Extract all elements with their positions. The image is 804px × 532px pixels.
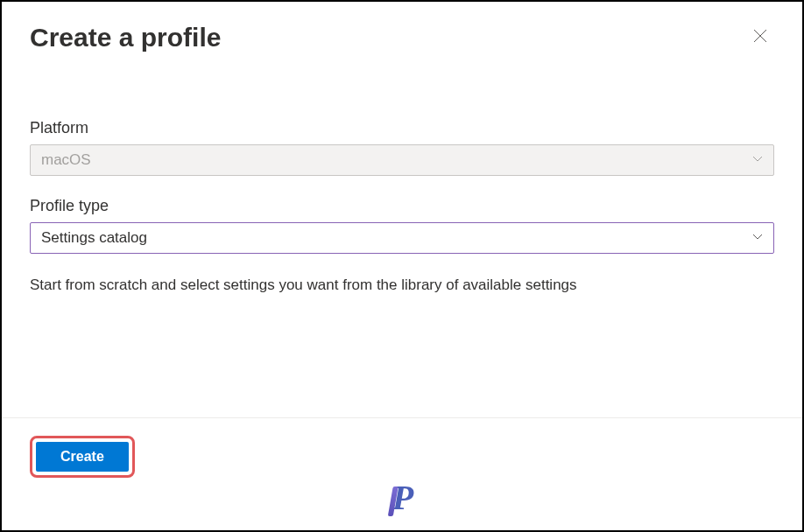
- close-button[interactable]: [746, 24, 774, 52]
- profile-type-label: Profile type: [30, 197, 774, 215]
- profile-type-value: Settings catalog: [41, 229, 147, 247]
- chevron-down-icon: [751, 229, 765, 248]
- platform-label: Platform: [30, 119, 774, 137]
- platform-dropdown: macOS: [30, 144, 774, 176]
- dialog-title: Create a profile: [30, 23, 221, 52]
- close-icon: [753, 29, 767, 46]
- watermark-logo: P: [391, 477, 413, 518]
- platform-value: macOS: [41, 151, 91, 169]
- create-button-highlight: Create: [30, 436, 135, 478]
- profile-type-description: Start from scratch and select settings y…: [30, 275, 774, 296]
- chevron-down-icon: [751, 151, 765, 170]
- create-button[interactable]: Create: [36, 442, 129, 472]
- profile-type-dropdown[interactable]: Settings catalog: [30, 222, 774, 254]
